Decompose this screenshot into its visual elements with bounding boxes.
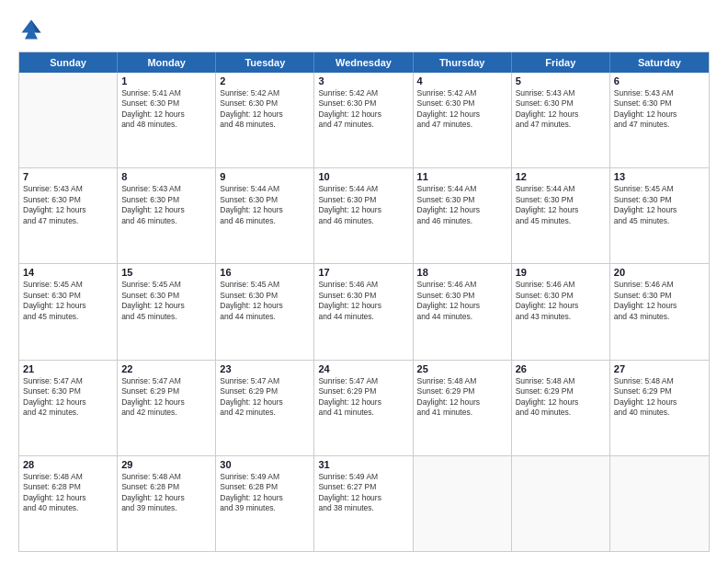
day-info: Sunrise: 5:44 AM Sunset: 6:30 PM Dayligh… [220, 184, 310, 226]
calendar-week-row: 21Sunrise: 5:47 AM Sunset: 6:30 PM Dayli… [19, 361, 709, 456]
day-info: Sunrise: 5:42 AM Sunset: 6:30 PM Dayligh… [417, 88, 507, 131]
day-info: Sunrise: 5:46 AM Sunset: 6:30 PM Dayligh… [417, 280, 507, 322]
day-info: Sunrise: 5:44 AM Sunset: 6:30 PM Dayligh… [516, 184, 606, 226]
calendar-cell: 26Sunrise: 5:48 AM Sunset: 6:29 PM Dayli… [512, 361, 610, 455]
calendar-cell: 27Sunrise: 5:48 AM Sunset: 6:29 PM Dayli… [610, 361, 709, 455]
day-info: Sunrise: 5:42 AM Sunset: 6:30 PM Dayligh… [318, 88, 408, 131]
logo [18, 17, 48, 42]
day-info: Sunrise: 5:43 AM Sunset: 6:30 PM Dayligh… [121, 184, 211, 226]
calendar-cell: 25Sunrise: 5:48 AM Sunset: 6:29 PM Dayli… [414, 361, 512, 455]
day-number: 10 [318, 171, 408, 182]
day-number: 17 [318, 267, 408, 278]
day-number: 31 [318, 459, 408, 470]
day-info: Sunrise: 5:45 AM Sunset: 6:30 PM Dayligh… [220, 280, 310, 322]
calendar-cell: 17Sunrise: 5:46 AM Sunset: 6:30 PM Dayli… [314, 264, 413, 359]
day-number: 9 [220, 171, 310, 182]
day-info: Sunrise: 5:48 AM Sunset: 6:29 PM Dayligh… [417, 376, 507, 419]
calendar-cell: 6Sunrise: 5:43 AM Sunset: 6:30 PM Daylig… [610, 73, 709, 167]
day-number: 5 [516, 75, 606, 86]
calendar-cell: 15Sunrise: 5:45 AM Sunset: 6:30 PM Dayli… [118, 264, 216, 359]
day-number: 12 [516, 171, 606, 182]
calendar-cell: 13Sunrise: 5:45 AM Sunset: 6:30 PM Dayli… [610, 168, 709, 263]
calendar-cell: 30Sunrise: 5:49 AM Sunset: 6:28 PM Dayli… [216, 456, 314, 551]
day-info: Sunrise: 5:45 AM Sunset: 6:30 PM Dayligh… [614, 184, 705, 226]
day-info: Sunrise: 5:43 AM Sunset: 6:30 PM Dayligh… [516, 88, 606, 131]
calendar-cell: 20Sunrise: 5:46 AM Sunset: 6:30 PM Dayli… [610, 264, 709, 359]
calendar-cell: 12Sunrise: 5:44 AM Sunset: 6:30 PM Dayli… [512, 168, 610, 263]
calendar-cell: 24Sunrise: 5:47 AM Sunset: 6:29 PM Dayli… [314, 361, 413, 455]
calendar-cell: 31Sunrise: 5:49 AM Sunset: 6:27 PM Dayli… [314, 456, 413, 551]
day-number: 26 [516, 363, 606, 374]
calendar-cell: 8Sunrise: 5:43 AM Sunset: 6:30 PM Daylig… [118, 168, 216, 263]
calendar-cell: 23Sunrise: 5:47 AM Sunset: 6:29 PM Dayli… [216, 361, 314, 455]
calendar-week-row: 14Sunrise: 5:45 AM Sunset: 6:30 PM Dayli… [19, 264, 709, 360]
day-number: 29 [121, 459, 211, 470]
calendar-header-day: Friday [512, 52, 610, 73]
calendar-header-day: Tuesday [216, 52, 314, 73]
calendar-cell: 16Sunrise: 5:45 AM Sunset: 6:30 PM Dayli… [216, 264, 314, 359]
calendar-cell [610, 456, 709, 551]
day-info: Sunrise: 5:46 AM Sunset: 6:30 PM Dayligh… [516, 280, 606, 322]
day-number: 21 [23, 363, 113, 374]
calendar-cell: 21Sunrise: 5:47 AM Sunset: 6:30 PM Dayli… [19, 361, 118, 455]
day-info: Sunrise: 5:48 AM Sunset: 6:28 PM Dayligh… [23, 472, 113, 514]
day-info: Sunrise: 5:48 AM Sunset: 6:29 PM Dayligh… [516, 376, 606, 419]
calendar-cell: 9Sunrise: 5:44 AM Sunset: 6:30 PM Daylig… [216, 168, 314, 263]
day-number: 19 [516, 267, 606, 278]
day-info: Sunrise: 5:47 AM Sunset: 6:29 PM Dayligh… [318, 376, 408, 419]
day-info: Sunrise: 5:49 AM Sunset: 6:28 PM Dayligh… [220, 472, 310, 514]
day-info: Sunrise: 5:47 AM Sunset: 6:29 PM Dayligh… [121, 376, 211, 419]
calendar-cell: 14Sunrise: 5:45 AM Sunset: 6:30 PM Dayli… [19, 264, 118, 359]
day-number: 25 [417, 363, 507, 374]
calendar-cell: 3Sunrise: 5:42 AM Sunset: 6:30 PM Daylig… [314, 73, 413, 167]
day-info: Sunrise: 5:45 AM Sunset: 6:30 PM Dayligh… [23, 280, 113, 322]
calendar-cell: 19Sunrise: 5:46 AM Sunset: 6:30 PM Dayli… [512, 264, 610, 359]
day-number: 15 [121, 267, 211, 278]
day-number: 13 [614, 171, 705, 182]
day-number: 3 [318, 75, 408, 86]
day-info: Sunrise: 5:44 AM Sunset: 6:30 PM Dayligh… [417, 184, 507, 226]
day-number: 24 [318, 363, 408, 374]
day-number: 16 [220, 267, 310, 278]
day-number: 27 [614, 363, 705, 374]
calendar-header: SundayMondayTuesdayWednesdayThursdayFrid… [19, 52, 709, 73]
calendar-cell: 5Sunrise: 5:43 AM Sunset: 6:30 PM Daylig… [512, 73, 610, 167]
day-number: 2 [220, 75, 310, 86]
calendar-header-day: Thursday [414, 52, 512, 73]
day-number: 6 [614, 75, 705, 86]
calendar-cell: 2Sunrise: 5:42 AM Sunset: 6:30 PM Daylig… [216, 73, 314, 167]
calendar-header-day: Wednesday [314, 52, 413, 73]
day-info: Sunrise: 5:49 AM Sunset: 6:27 PM Dayligh… [318, 472, 408, 514]
calendar-cell: 7Sunrise: 5:43 AM Sunset: 6:30 PM Daylig… [19, 168, 118, 263]
calendar-cell: 11Sunrise: 5:44 AM Sunset: 6:30 PM Dayli… [414, 168, 512, 263]
calendar-cell [414, 456, 512, 551]
day-number: 30 [220, 459, 310, 470]
calendar-week-row: 7Sunrise: 5:43 AM Sunset: 6:30 PM Daylig… [19, 168, 709, 264]
calendar-cell: 4Sunrise: 5:42 AM Sunset: 6:30 PM Daylig… [414, 73, 512, 167]
day-info: Sunrise: 5:43 AM Sunset: 6:30 PM Dayligh… [23, 184, 113, 226]
day-info: Sunrise: 5:44 AM Sunset: 6:30 PM Dayligh… [318, 184, 408, 226]
day-number: 7 [23, 171, 113, 182]
day-info: Sunrise: 5:42 AM Sunset: 6:30 PM Dayligh… [220, 88, 310, 131]
day-number: 28 [23, 459, 113, 470]
day-info: Sunrise: 5:47 AM Sunset: 6:29 PM Dayligh… [220, 376, 310, 419]
day-info: Sunrise: 5:48 AM Sunset: 6:28 PM Dayligh… [121, 472, 211, 514]
calendar-week-row: 1Sunrise: 5:41 AM Sunset: 6:30 PM Daylig… [19, 73, 709, 168]
calendar-week-row: 28Sunrise: 5:48 AM Sunset: 6:28 PM Dayli… [19, 456, 709, 551]
day-info: Sunrise: 5:46 AM Sunset: 6:30 PM Dayligh… [614, 280, 705, 322]
calendar-cell: 28Sunrise: 5:48 AM Sunset: 6:28 PM Dayli… [19, 456, 118, 551]
day-info: Sunrise: 5:43 AM Sunset: 6:30 PM Dayligh… [614, 88, 705, 131]
day-number: 20 [614, 267, 705, 278]
calendar-cell [512, 456, 610, 551]
day-number: 23 [220, 363, 310, 374]
day-number: 4 [417, 75, 507, 86]
day-number: 11 [417, 171, 507, 182]
calendar-cell [19, 73, 118, 167]
calendar-cell: 10Sunrise: 5:44 AM Sunset: 6:30 PM Dayli… [314, 168, 413, 263]
day-number: 22 [121, 363, 211, 374]
day-info: Sunrise: 5:45 AM Sunset: 6:30 PM Dayligh… [121, 280, 211, 322]
calendar: SundayMondayTuesdayWednesdayThursdayFrid… [18, 52, 710, 552]
calendar-cell: 18Sunrise: 5:46 AM Sunset: 6:30 PM Dayli… [414, 264, 512, 359]
day-info: Sunrise: 5:41 AM Sunset: 6:30 PM Dayligh… [121, 88, 211, 131]
day-info: Sunrise: 5:47 AM Sunset: 6:30 PM Dayligh… [23, 376, 113, 419]
